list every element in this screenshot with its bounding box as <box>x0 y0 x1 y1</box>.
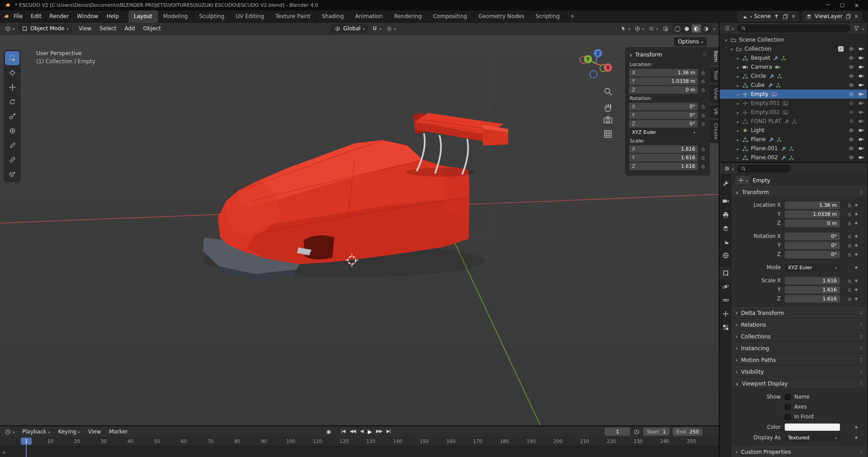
xray-toggle[interactable] <box>661 25 670 32</box>
properties-tab-tool[interactable] <box>720 177 731 190</box>
animate-dot-icon[interactable] <box>853 297 859 300</box>
panel-viewport-display[interactable]: Viewport Display <box>731 378 867 389</box>
show-gizmo-button[interactable] <box>633 25 645 32</box>
outliner-item-plane-002[interactable]: Plane.002 <box>720 153 867 162</box>
tool-scale[interactable] <box>5 109 19 123</box>
prop-rotation-x-field[interactable]: 0° <box>785 233 840 240</box>
outliner-item-cube[interactable]: Cube <box>720 81 867 90</box>
menu-window[interactable]: Window <box>73 11 102 21</box>
editor-type-button[interactable] <box>4 25 15 32</box>
checkbox-name[interactable] <box>785 394 791 400</box>
prop-mode-dropdown[interactable]: XYZ Euler <box>785 264 840 271</box>
disclosure-triangle-icon[interactable] <box>735 154 741 161</box>
animate-dot-icon[interactable] <box>853 243 859 247</box>
outliner-item-plane-001[interactable]: Plane.001 <box>720 144 867 153</box>
render-visibility-icon[interactable] <box>858 109 864 116</box>
lock-icon[interactable] <box>700 86 707 93</box>
lock-icon[interactable] <box>846 211 853 218</box>
timeline-menu-marker[interactable]: Marker <box>105 427 132 437</box>
sidebar-tab-vr[interactable]: VR <box>710 105 719 119</box>
viewport-menu-select[interactable]: Select <box>95 24 120 33</box>
options-button[interactable]: Options <box>674 37 707 46</box>
close-button[interactable] <box>849 2 864 9</box>
color-swatch[interactable] <box>785 424 840 431</box>
menu-file[interactable]: File <box>9 11 27 21</box>
eye-icon[interactable] <box>848 73 854 80</box>
panel-collections[interactable]: Collections <box>731 331 867 342</box>
render-visibility-icon[interactable] <box>858 127 864 134</box>
rotation-mode-dropdown[interactable]: XYZ Euler <box>629 129 698 136</box>
transform-orientation-dropdown[interactable]: Global <box>331 24 368 33</box>
disclosure-triangle-icon[interactable] <box>723 37 729 43</box>
scale-y-field[interactable]: Y 1.616 <box>629 154 698 162</box>
outliner-item-empty[interactable]: Empty <box>720 90 867 99</box>
proportional-editing-button[interactable] <box>385 25 397 32</box>
prop-location-x-field[interactable]: 1.36 m <box>785 201 840 209</box>
prop-y-field[interactable]: 0° <box>785 242 840 249</box>
outliner-item-bequet[interactable]: Bequet <box>720 53 867 62</box>
snapping-button[interactable] <box>370 25 382 32</box>
shading-rendered-button[interactable]: ◑ <box>701 24 711 33</box>
disclosure-triangle-icon[interactable] <box>735 55 741 61</box>
lock-icon[interactable] <box>700 154 707 161</box>
next-keyframe-button[interactable]: ▶▶ <box>374 428 384 436</box>
animate-dot-icon[interactable] <box>853 212 859 216</box>
viewport-3d[interactable]: Z X Y <box>0 35 719 425</box>
lock-icon[interactable] <box>700 163 707 170</box>
lock-icon[interactable] <box>700 103 707 110</box>
shading-material-button[interactable]: ◐ <box>692 24 701 33</box>
menu-render[interactable]: Render <box>45 11 73 21</box>
location-y-field[interactable]: Y 1.0338 m <box>629 77 698 85</box>
blender-menu-icon[interactable] <box>3 13 9 20</box>
properties-tab-render[interactable] <box>720 195 731 207</box>
workspace-tab-sculpting[interactable]: Sculpting <box>194 10 230 23</box>
disclosure-triangle-icon[interactable] <box>735 73 741 79</box>
properties-tab-object[interactable] <box>720 267 731 279</box>
new-view-layer-icon[interactable] <box>845 13 852 20</box>
scale-x-field[interactable]: X 1.616 <box>629 145 698 153</box>
play-button[interactable]: ▶ <box>366 428 373 436</box>
disclosure-triangle-icon[interactable] <box>735 118 741 124</box>
workspace-tab-modeling[interactable]: Modeling <box>158 10 194 23</box>
eye-icon[interactable] <box>848 82 854 89</box>
disclosure-triangle-icon[interactable] <box>735 64 741 70</box>
viewport-menu-add[interactable]: Add <box>120 24 139 33</box>
render-visibility-icon[interactable] <box>858 73 864 80</box>
panel-visibility[interactable]: Visibility <box>731 366 867 377</box>
workspace-tab-texture-paint[interactable]: Texture Paint <box>270 10 316 23</box>
outliner-item-empty-001[interactable]: Empty.001 <box>720 99 867 108</box>
lock-icon[interactable] <box>700 69 707 76</box>
timeline-menu-keying[interactable]: Keying <box>54 427 84 437</box>
lock-icon[interactable] <box>846 233 853 240</box>
disclosure-triangle-icon[interactable] <box>729 46 735 52</box>
disclosure-triangle-icon[interactable] <box>735 82 741 88</box>
tool-measure[interactable] <box>5 152 19 167</box>
lock-icon[interactable] <box>700 146 707 152</box>
outliner-search-input[interactable] <box>737 24 851 33</box>
workspace-tab-animation[interactable]: Animation <box>350 10 389 23</box>
display-as-dropdown[interactable]: Textured <box>785 434 840 442</box>
properties-tab-data[interactable] <box>720 308 731 320</box>
frame-start-field[interactable]: Start 1 <box>643 428 669 436</box>
eye-icon[interactable] <box>848 100 854 107</box>
properties-tab-world[interactable] <box>720 249 731 262</box>
viewport-menu-view[interactable]: View <box>75 24 95 33</box>
shading-wireframe-button[interactable]: ◯ <box>673 24 682 33</box>
location-z-field[interactable]: Z 0 m <box>629 86 698 94</box>
outliner-item-camera[interactable]: Camera <box>720 62 867 71</box>
properties-editor-type-button[interactable] <box>723 165 735 172</box>
render-visibility-icon[interactable] <box>858 100 864 107</box>
location-x-field[interactable]: X 1.36 m <box>629 69 698 76</box>
playhead[interactable]: 1 <box>21 438 32 445</box>
properties-tab-constraints[interactable] <box>720 294 731 306</box>
eye-icon[interactable] <box>848 91 854 98</box>
properties-tab-output[interactable] <box>720 209 731 221</box>
prop-scale-x-field[interactable]: 1.616 <box>785 277 840 285</box>
menu-edit[interactable]: Edit <box>27 11 45 21</box>
tool-transform[interactable] <box>5 124 19 138</box>
minimize-button[interactable] <box>821 2 835 9</box>
sidebar-tab-create[interactable]: Create <box>710 119 719 143</box>
disclosure-triangle-icon[interactable] <box>735 109 741 115</box>
unlink-scene-icon[interactable] <box>791 13 796 19</box>
lock-icon[interactable] <box>846 220 853 227</box>
